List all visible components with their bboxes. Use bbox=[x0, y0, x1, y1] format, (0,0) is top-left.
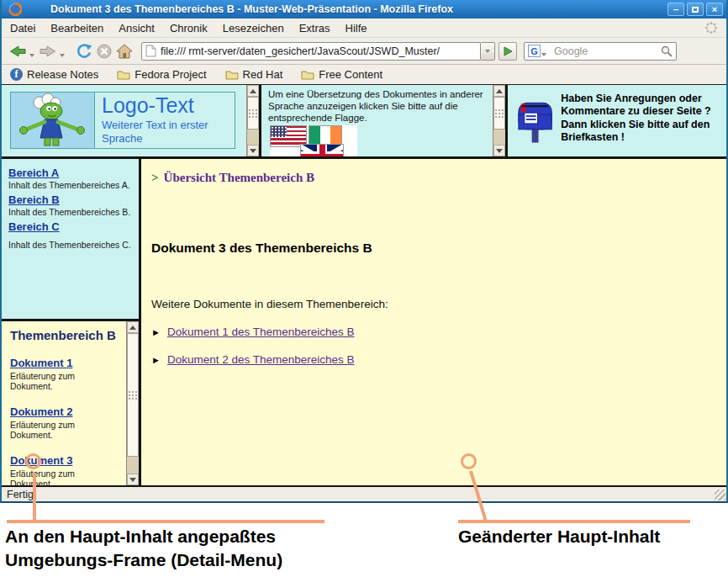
back-dropdown-icon[interactable] bbox=[29, 54, 34, 57]
main-link-dokument-1[interactable]: Dokument 1 des Themenbereiches B bbox=[167, 326, 355, 338]
throbber-icon bbox=[704, 21, 718, 34]
scrollbar-thumb[interactable] bbox=[127, 333, 139, 457]
breadcrumb-link[interactable]: Übersicht Themenbereich B bbox=[164, 171, 314, 184]
bookmark-label: Red Hat bbox=[243, 68, 283, 81]
menu-lesezeichen[interactable]: Lesezeichen bbox=[223, 22, 284, 34]
list-item: ► Dokument 1 des Themenbereiches B bbox=[151, 326, 726, 338]
maximize-button[interactable] bbox=[687, 3, 704, 16]
logo-frame: Logo-Text Weiterer Text in erster Sprach… bbox=[2, 85, 259, 156]
url-dropdown-icon bbox=[485, 50, 490, 53]
reload-button[interactable] bbox=[74, 40, 94, 62]
menu-hilfe[interactable]: Hilfe bbox=[346, 22, 367, 34]
bookmark-red-hat[interactable]: Red Hat bbox=[225, 68, 283, 81]
scrollbar-thumb[interactable] bbox=[493, 97, 505, 130]
area-link-b[interactable]: Bereich B bbox=[8, 193, 60, 206]
bookmark-fedora-project[interactable]: Fedora Project bbox=[117, 68, 206, 81]
menubar: Datei Bearbeiten Ansicht Chronik Lesezei… bbox=[2, 19, 726, 38]
logo-frame-scrollbar[interactable] bbox=[246, 85, 259, 156]
go-button[interactable] bbox=[499, 42, 517, 61]
forward-button[interactable] bbox=[37, 40, 59, 62]
detail-link-dokument-3[interactable]: Dokument 3 bbox=[10, 454, 72, 467]
menu-chronik[interactable]: Chronik bbox=[170, 22, 208, 34]
menu-datei[interactable]: Datei bbox=[10, 22, 35, 34]
stop-icon bbox=[96, 43, 113, 60]
forward-dropdown-icon[interactable] bbox=[60, 54, 65, 57]
detail-menu-frame: Themenbereich B Dokument 1 Erläuterung z… bbox=[2, 321, 139, 485]
folder-icon bbox=[117, 69, 130, 80]
language-instruction: Um eine Übersetzung des Dokumentes in an… bbox=[268, 89, 488, 124]
searchbox[interactable]: G bbox=[524, 42, 677, 61]
scrollbar-track[interactable] bbox=[493, 97, 505, 145]
google-logo-icon[interactable]: G bbox=[528, 45, 541, 57]
bookmark-free-content[interactable]: Free Content bbox=[301, 68, 382, 81]
status-text: Fertig bbox=[7, 489, 34, 500]
firefox-icon bbox=[8, 3, 22, 16]
scrollbar-thumb[interactable] bbox=[247, 97, 259, 130]
scroll-up-button[interactable] bbox=[493, 85, 505, 97]
logo-subtitle: Weiterer Text in erster Sprache bbox=[102, 119, 228, 146]
area-desc-b: Inhalt des Themenbereiches B. bbox=[8, 207, 132, 217]
menu-ansicht[interactable]: Ansicht bbox=[119, 22, 155, 34]
bookmark-label: Fedora Project bbox=[135, 68, 206, 81]
minimize-button[interactable]: – bbox=[667, 3, 684, 16]
annotation-right: Geänderter Haupt-Inhalt bbox=[458, 525, 660, 548]
resize-grip[interactable] bbox=[715, 490, 725, 500]
search-magnifier-icon[interactable] bbox=[661, 45, 673, 57]
scroll-down-icon bbox=[129, 478, 136, 482]
search-engine-dropdown-icon[interactable] bbox=[541, 53, 546, 56]
url-input[interactable] bbox=[161, 45, 477, 57]
scrollbar-track[interactable] bbox=[127, 333, 139, 474]
detail-menu-title: Themenbereich B bbox=[10, 328, 119, 342]
scroll-down-button[interactable] bbox=[127, 474, 139, 485]
language-frame-scrollbar[interactable] bbox=[493, 85, 505, 156]
ireland-flag-icon[interactable] bbox=[309, 125, 342, 146]
bookmark-label: Release Notes bbox=[27, 68, 98, 81]
navigation-toolbar: G bbox=[2, 38, 726, 65]
scroll-down-button[interactable] bbox=[247, 145, 259, 156]
menu-bearbeiten[interactable]: Bearbeiten bbox=[50, 22, 103, 34]
main-link-dokument-2[interactable]: Dokument 2 des Themenbereiches B bbox=[167, 353, 355, 366]
frameset: Logo-Text Weiterer Text in erster Sprach… bbox=[2, 85, 726, 485]
scrollbar-track[interactable] bbox=[247, 97, 259, 145]
scroll-down-button[interactable] bbox=[493, 145, 505, 156]
back-icon bbox=[8, 43, 27, 60]
reload-icon bbox=[76, 43, 92, 60]
uk-flag-icon[interactable] bbox=[300, 144, 344, 156]
back-button[interactable] bbox=[7, 40, 29, 62]
scrollbar-grip-icon bbox=[132, 394, 134, 396]
close-button[interactable]: × bbox=[706, 3, 723, 16]
close-icon: × bbox=[712, 5, 717, 14]
bookmark-release-notes[interactable]: f Release Notes bbox=[10, 68, 98, 81]
minimize-icon: – bbox=[673, 5, 678, 14]
titlebar[interactable]: Dokument 3 des Themenbereiches B - Muste… bbox=[2, 0, 726, 19]
maximize-icon bbox=[692, 7, 699, 13]
area-link-a[interactable]: Bereich A bbox=[8, 167, 59, 179]
main-intro: Weitere Dokumente in diesem Themenbereic… bbox=[151, 298, 726, 310]
area-menu-frame: Bereich A Inhalt des Themenbereiches A. … bbox=[2, 159, 139, 319]
detail-frame-scrollbar[interactable] bbox=[126, 321, 139, 485]
stop-button[interactable] bbox=[94, 40, 114, 62]
area-desc-a: Inhalt des Themenbereiches A. bbox=[8, 180, 132, 190]
mailbox-image[interactable] bbox=[514, 93, 556, 146]
flags-image[interactable]: english bbox=[270, 125, 357, 156]
mailbox-frame: Haben Sie Anregungen oder Kommentare zu … bbox=[508, 85, 726, 156]
detail-link-dokument-2[interactable]: Dokument 2 bbox=[10, 405, 72, 418]
logo-title: Logo-Text bbox=[102, 94, 228, 118]
scrollbar-grip-icon bbox=[252, 113, 254, 114]
area-link-c[interactable]: Bereich C bbox=[8, 220, 60, 233]
scroll-up-icon bbox=[496, 89, 503, 93]
detail-desc-dokument-1: Erläuterung zum Dokument. bbox=[10, 371, 119, 391]
fedora-icon: f bbox=[10, 68, 23, 81]
scroll-up-button[interactable] bbox=[247, 85, 259, 97]
menu-extras[interactable]: Extras bbox=[299, 22, 330, 34]
detail-link-dokument-1[interactable]: Dokument 1 bbox=[10, 357, 72, 369]
window-title: Dokument 3 des Themenbereiches B - Muste… bbox=[50, 3, 453, 15]
scroll-down-icon bbox=[496, 149, 503, 153]
scroll-up-button[interactable] bbox=[127, 321, 139, 333]
go-icon bbox=[503, 46, 513, 56]
url-dropdown-button[interactable] bbox=[481, 42, 495, 61]
mailbox-text: Haben Sie Anregungen oder Kommentare zu … bbox=[561, 93, 723, 146]
urlbar[interactable] bbox=[141, 42, 481, 61]
search-input[interactable] bbox=[554, 45, 655, 57]
home-button[interactable] bbox=[114, 40, 135, 62]
